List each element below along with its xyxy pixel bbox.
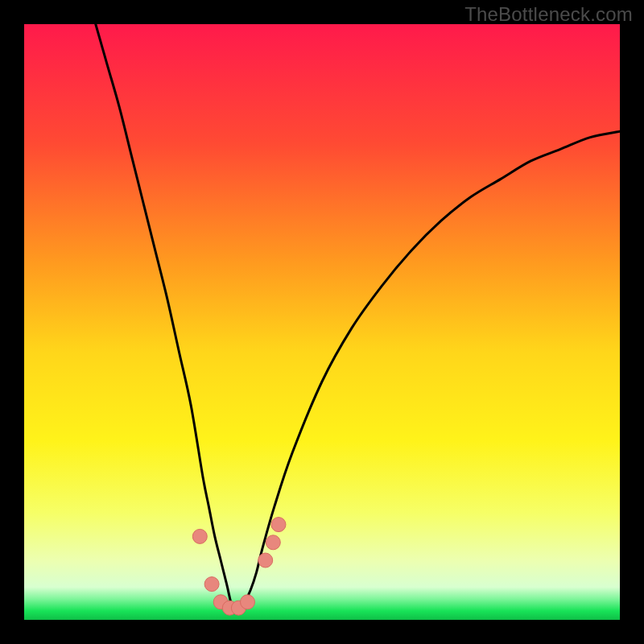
data-marker [204,577,219,592]
marker-group [192,518,286,616]
chart-frame: TheBottleneck.com [0,0,644,644]
data-marker [266,535,280,550]
watermark-text: TheBottleneck.com [464,3,633,26]
bottleneck-curve [96,24,620,610]
curve-layer [24,24,620,620]
plot-area [24,24,620,620]
data-marker [192,529,207,543]
data-marker [258,553,273,568]
data-marker [271,518,286,532]
data-marker [241,595,255,609]
